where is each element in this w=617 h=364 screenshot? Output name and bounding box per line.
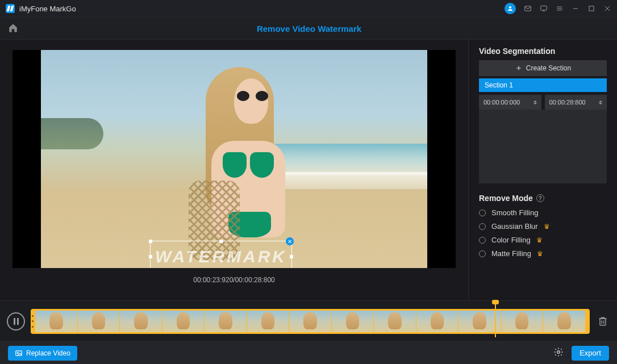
section-handle-left[interactable] — [32, 315, 34, 328]
timeline-thumbnail[interactable] — [332, 311, 374, 332]
radio-icon — [479, 237, 486, 244]
timeline-thumbnail[interactable] — [543, 311, 585, 332]
remove-mode-option[interactable]: Gaussian Blur♛ — [479, 222, 607, 231]
close-button[interactable] — [603, 5, 611, 12]
mode-option-label: Gaussian Blur — [491, 222, 538, 231]
sections-list-area — [479, 110, 607, 183]
export-button[interactable]: Export — [572, 346, 609, 361]
titlebar: iMyFone MarkGo — [0, 0, 617, 17]
resize-handle[interactable] — [149, 255, 152, 258]
resize-handle[interactable] — [219, 240, 223, 243]
radio-icon — [479, 250, 486, 257]
svg-rect-1 — [525, 6, 531, 11]
side-panel: Video Segmentation ＋ Create Section Sect… — [468, 40, 617, 300]
help-icon[interactable]: ? — [536, 194, 544, 202]
menu-icon[interactable] — [556, 5, 564, 12]
bottom-bar: Replace Video Export — [0, 341, 617, 364]
resize-handle[interactable] — [290, 255, 293, 258]
premium-crown-icon: ♛ — [544, 223, 550, 231]
svg-point-15 — [557, 351, 560, 354]
premium-crown-icon: ♛ — [536, 236, 543, 244]
svg-point-0 — [509, 6, 511, 9]
section-item[interactable]: Section 1 — [479, 78, 607, 92]
mail-icon[interactable] — [524, 5, 532, 12]
timeline-track-wrapper[interactable] — [31, 308, 590, 335]
settings-button[interactable] — [553, 347, 564, 359]
premium-crown-icon: ♛ — [537, 250, 543, 258]
section-handle-right[interactable] — [587, 315, 589, 328]
time-stepper[interactable] — [599, 101, 602, 104]
timeline-thumbnail[interactable] — [247, 311, 289, 332]
mode-option-label: Matte Filling — [491, 249, 531, 258]
timeline-thumbnail[interactable] — [374, 311, 416, 332]
remove-mode-option[interactable]: Color Filling♛ — [479, 236, 607, 244]
delete-section-button[interactable] — [595, 313, 610, 330]
timeline-thumbnail[interactable] — [162, 311, 205, 332]
remove-mode-option[interactable]: Smooth Filling — [479, 208, 607, 217]
time-stepper[interactable] — [533, 101, 537, 104]
page-header: Remove Video Watermark — [0, 17, 617, 40]
watermark-text: WATERMARK — [151, 247, 291, 266]
svg-rect-7 — [589, 6, 594, 11]
replace-video-button[interactable]: Replace Video — [8, 346, 77, 361]
create-section-button[interactable]: ＋ Create Section — [479, 60, 607, 76]
video-frame — [41, 50, 427, 268]
remove-mode-title: Remove Mode — [479, 194, 533, 203]
play-pause-button[interactable] — [7, 312, 25, 330]
minimize-button[interactable] — [572, 5, 580, 12]
video-preview-area: WATERMARK ✕ 00:00:23:920/00:00:28:800 — [0, 40, 468, 300]
svg-point-14 — [17, 352, 18, 353]
user-account-button[interactable] — [505, 3, 516, 14]
replace-video-label: Replace Video — [26, 349, 70, 357]
playhead[interactable] — [495, 303, 496, 337]
radio-icon — [479, 223, 486, 230]
time-display: 00:00:23:920/00:00:28:800 — [193, 276, 274, 284]
radio-icon — [479, 210, 486, 216]
timeline-track[interactable] — [31, 309, 590, 334]
resize-handle[interactable] — [149, 240, 152, 243]
maximize-button[interactable] — [587, 5, 595, 12]
page-title: Remove Video Watermark — [1, 24, 617, 34]
timeline-thumbnail[interactable] — [416, 311, 458, 332]
section-start-input[interactable]: 00:00:00:000 — [479, 95, 541, 110]
selection-close-button[interactable]: ✕ — [286, 237, 294, 245]
feedback-icon[interactable] — [540, 5, 548, 12]
app-logo-icon — [6, 4, 15, 13]
mode-option-label: Color Filling — [491, 236, 531, 244]
timeline-bar — [0, 300, 617, 341]
timeline-thumbnail[interactable] — [205, 311, 247, 332]
app-name: iMyFone MarkGo — [19, 5, 76, 13]
section-end-input[interactable]: 00:00:28:800 — [545, 95, 607, 110]
watermark-selection-box[interactable]: WATERMARK ✕ — [150, 241, 292, 268]
svg-rect-2 — [541, 6, 547, 10]
timeline-thumbnail[interactable] — [289, 311, 331, 332]
svg-rect-10 — [600, 319, 606, 325]
timeline-thumbnail[interactable] — [78, 311, 120, 332]
timeline-thumbnail[interactable] — [501, 311, 543, 332]
remove-mode-option[interactable]: Matte Filling♛ — [479, 249, 607, 258]
timeline-thumbnail[interactable] — [120, 311, 162, 332]
timeline-thumbnail[interactable] — [35, 311, 77, 332]
create-section-label: Create Section — [526, 64, 571, 72]
segmentation-title: Video Segmentation — [479, 47, 607, 56]
plus-icon: ＋ — [515, 63, 523, 73]
video-canvas[interactable]: WATERMARK ✕ — [12, 50, 456, 268]
mode-option-label: Smooth Filling — [491, 208, 538, 217]
